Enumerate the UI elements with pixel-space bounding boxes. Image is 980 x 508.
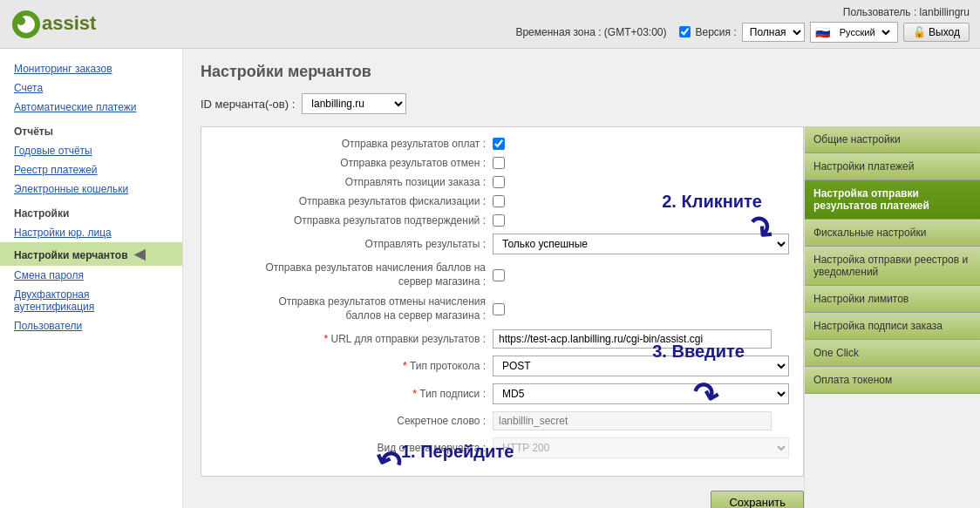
form-row-positions: Отправлять позиции заказа : — [215, 176, 789, 188]
right-btn-sign[interactable]: Настройка подписи заказа — [805, 313, 980, 340]
protocol-select[interactable]: POST GET — [493, 356, 789, 376]
settings-section-title: Настройки — [0, 199, 182, 223]
form-row-cancel-accrual: Отправка результатов отмены начисленияба… — [215, 295, 789, 322]
form-row-oplatа: Отправка результатов оплат : — [215, 138, 789, 150]
svg-text:assist: assist — [42, 12, 97, 34]
form-row-secret: Секретное слово : — [215, 411, 789, 430]
fiscal-checkbox[interactable] — [493, 195, 505, 207]
logo-area: assist — [10, 7, 98, 42]
content-and-right: Отправка результатов оплат : Отправка ре… — [201, 126, 963, 508]
positions-checkbox[interactable] — [493, 176, 505, 188]
answer-label: Вид ответа мерчанта : — [215, 442, 486, 454]
sign-label: Тип подписи : — [215, 388, 486, 400]
form-row-send-results: Отправлять результаты : Только успешные … — [215, 234, 789, 254]
cancel-accrual-checkbox[interactable] — [493, 303, 505, 315]
logout-button[interactable]: 🔓 Выход — [903, 23, 970, 42]
svg-point-2 — [17, 17, 25, 25]
cancel-accrual-label: Отправка результатов отмены начисленияба… — [215, 295, 486, 322]
form-row-protocol: Тип протокола : POST GET — [215, 356, 789, 376]
merchant-id-row: ID мерчанта(-ов) : lanbilling.ru — [201, 93, 963, 114]
sidebar-item-users[interactable]: Пользователи — [0, 316, 182, 335]
confirm-label: Отправка результатов подтверждений : — [215, 214, 486, 227]
sidebar-item-legal[interactable]: Настройки юр. лица — [0, 223, 182, 242]
cancel-label: Отправка результатов отмен : — [215, 157, 486, 169]
form-row-answer: Вид ответа мерчанта : HTTP 200 — [215, 437, 789, 458]
header: assist Пользователь : lanbillingru Време… — [0, 0, 980, 49]
layout: Мониторинг заказов Счета Автоматические … — [0, 49, 980, 508]
header-right: Пользователь : lanbillingru Временная зо… — [515, 6, 970, 43]
sidebar-item-password[interactable]: Смена пароля — [0, 266, 182, 285]
secret-input[interactable] — [493, 411, 772, 430]
merchant-id-label: ID мерчанта(-ов) : — [201, 98, 295, 111]
form-row-sign: Тип подписи : MD5 SHA1 SHA256 — [215, 383, 789, 404]
right-sidebar: Общие настройки Настройки платежей Настр… — [804, 126, 980, 508]
main-inner: Настройки мерчантов ID мерчанта(-ов) : l… — [201, 63, 963, 508]
right-btn-registry[interactable]: Настройка отправки реестров и уведомлени… — [805, 247, 980, 286]
reports-section-title: Отчёты — [0, 117, 182, 141]
send-results-select[interactable]: Только успешные Все Неуспешные — [493, 234, 789, 254]
form-wrapper: Отправка результатов оплат : Отправка ре… — [201, 126, 804, 508]
cancel-checkbox[interactable] — [493, 157, 505, 169]
version-select[interactable]: Полная — [742, 23, 805, 42]
url-input[interactable] — [493, 329, 772, 349]
right-btn-token[interactable]: Оплата токеном — [805, 367, 980, 394]
merchants-arrow: ◀ — [134, 246, 145, 262]
logout-icon: 🔓 — [913, 26, 926, 38]
positions-label: Отправлять позиции заказа : — [215, 176, 486, 188]
sidebar-item-wallets[interactable]: Электронные кошельки — [0, 179, 182, 199]
version-checkbox[interactable] — [679, 26, 691, 37]
fiscal-label: Отправка результатов фискализации : — [215, 195, 486, 207]
sidebar-item-accounts[interactable]: Счета — [0, 78, 182, 98]
right-btn-payment-settings[interactable]: Настройки платежей — [805, 153, 980, 180]
timezone-label: Временная зона : (GMT+03:00) — [515, 26, 666, 38]
logo: assist — [10, 7, 98, 42]
sidebar-item-2fa[interactable]: Двухфакторная аутентификация — [0, 285, 182, 316]
form-row-confirm: Отправка результатов подтверждений : — [215, 214, 789, 227]
url-label: URL для отправки результатов : — [215, 333, 486, 345]
version-row: Временная зона : (GMT+03:00) Версия : По… — [515, 22, 970, 43]
sidebar: Мониторинг заказов Счета Автоматические … — [0, 49, 183, 508]
page-title: Настройки мерчантов — [201, 63, 963, 81]
sign-select[interactable]: MD5 SHA1 SHA256 — [493, 383, 789, 404]
save-row: Сохранить — [201, 491, 804, 508]
sidebar-item-merchants[interactable]: Настройки мерчантов ◀ — [0, 242, 182, 266]
right-btn-one-click[interactable]: One Click — [805, 340, 980, 367]
logout-label: Выход — [929, 26, 960, 38]
main-content: Настройки мерчантов ID мерчанта(-ов) : l… — [183, 49, 980, 508]
protocol-label: Тип протокола : — [215, 360, 486, 372]
secret-label: Секретное слово : — [215, 415, 486, 427]
oplatа-label: Отправка результатов оплат : — [215, 138, 486, 150]
accrual-label: Отправка результатов начисления баллов н… — [215, 261, 486, 288]
form-row-fiscal: Отправка результатов фискализации : — [215, 195, 789, 207]
right-btn-general[interactable]: Общие настройки — [805, 126, 980, 153]
form-area: Отправка результатов оплат : Отправка ре… — [201, 126, 804, 477]
lang-select[interactable]: Русский — [833, 24, 893, 40]
sidebar-item-payments-registry[interactable]: Реестр платежей — [0, 160, 182, 179]
answer-select[interactable]: HTTP 200 — [493, 437, 789, 458]
language-flag: 🇷🇺 Русский — [810, 22, 898, 43]
right-btn-payment-results[interactable]: Настройка отправки результатов платежей — [805, 180, 980, 220]
confirm-checkbox[interactable] — [493, 214, 505, 227]
sidebar-item-autopayments[interactable]: Автоматические платежи — [0, 98, 182, 117]
user-info-row: Пользователь : lanbillingru — [843, 6, 970, 18]
right-btn-fiscal[interactable]: Фискальные настройки — [805, 220, 980, 247]
sidebar-item-monitoring[interactable]: Мониторинг заказов — [0, 59, 182, 78]
save-button[interactable]: Сохранить — [711, 491, 804, 508]
user-label: Пользователь : lanbillingru — [843, 6, 970, 18]
send-results-label: Отправлять результаты : — [215, 238, 486, 250]
oplata-checkbox[interactable] — [493, 138, 505, 150]
version-label: Версия : — [696, 26, 737, 38]
sidebar-item-yearly[interactable]: Годовые отчёты — [0, 141, 182, 160]
merchant-id-select[interactable]: lanbilling.ru — [302, 93, 406, 114]
form-row-accrual: Отправка результатов начисления баллов н… — [215, 261, 789, 288]
form-row-url: URL для отправки результатов : — [215, 329, 789, 349]
form-row-cancel: Отправка результатов отмен : — [215, 157, 789, 169]
right-btn-limits[interactable]: Настройки лимитов — [805, 286, 980, 313]
accrual-checkbox[interactable] — [493, 269, 505, 281]
